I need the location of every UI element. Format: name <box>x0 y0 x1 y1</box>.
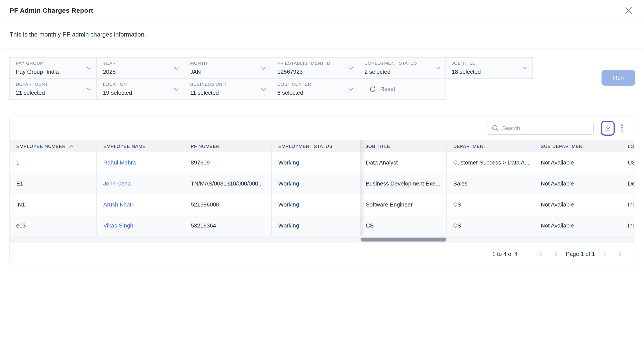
column-header-label: SUB DEPARTMENT <box>541 144 585 149</box>
table-row: 1 Rahul Mehra 897609 Working Data Analys… <box>10 152 634 173</box>
page-title: PF Admin Charges Report <box>10 7 93 14</box>
column-header-pf-number[interactable]: PF NUMBER <box>184 141 272 152</box>
horizontal-scrollbar-thumb[interactable] <box>361 238 447 242</box>
employee-name-link[interactable]: Arush Khatri <box>97 194 184 215</box>
modal-titlebar: PF Admin Charges Report <box>0 0 644 22</box>
cell-employee-number: E1 <box>10 173 97 194</box>
first-page-button[interactable] <box>538 251 543 257</box>
cell-sub-department: Not Available <box>534 173 621 194</box>
cell-location: De <box>621 173 634 194</box>
filter-value: JAN <box>190 68 259 75</box>
filter-label: LOCATION <box>103 82 172 87</box>
column-header-label: PF NUMBER <box>191 144 220 149</box>
sort-asc-icon <box>69 145 74 148</box>
run-button[interactable]: Run <box>601 70 635 86</box>
filter-pf-establishment-id[interactable]: PF ESTABLISHMENT ID 12567923 <box>271 57 358 79</box>
chevron-down-icon <box>87 67 92 70</box>
column-header-employment-status[interactable]: EMPLOYMENT STATUS <box>272 141 359 152</box>
table-footer: 1 to 4 of 4 Page 1 of 1 <box>10 243 634 265</box>
filter-cost-center[interactable]: COST CENTER 6 selected <box>271 78 358 100</box>
filters-row-1: PAY GROUP Pay Group- India YEAR 2025 MON… <box>9 57 644 79</box>
cell-department: CS <box>447 194 534 215</box>
download-button[interactable] <box>601 121 615 136</box>
reset-icon <box>369 86 376 92</box>
filter-label: PF ESTABLISHMENT ID <box>277 61 347 66</box>
last-page-button[interactable] <box>618 251 623 257</box>
filter-pay-group[interactable]: PAY GROUP Pay Group- India <box>9 57 97 79</box>
reset-filters-button[interactable]: Reset <box>358 78 446 100</box>
cell-employment-status: Working <box>272 152 359 173</box>
filter-location[interactable]: LOCATION 19 selected <box>96 78 184 100</box>
filter-label: BUSINESS UNIT <box>190 82 259 87</box>
filter-label: COST CENTER <box>277 82 347 87</box>
search-input[interactable] <box>502 125 593 132</box>
column-header-job-title[interactable]: JOB TITLE <box>359 141 447 152</box>
table-row: IN1 Arush Khatri 521586000 Working Softw… <box>10 194 634 215</box>
cell-pf-number: 897609 <box>184 152 272 173</box>
download-icon <box>604 125 611 132</box>
cell-department: Sales <box>447 173 534 194</box>
cell-job-title: Software Engineer <box>359 194 447 215</box>
kebab-dot <box>621 130 623 132</box>
filters-panel: PAY GROUP Pay Group- India YEAR 2025 MON… <box>9 57 644 100</box>
filter-label: PAY GROUP <box>16 61 85 66</box>
page-indicator: Page 1 of 1 <box>566 251 595 258</box>
filter-label: EMPLOYMENT STATUS <box>364 61 434 66</box>
filter-value: 11 selected <box>190 90 259 96</box>
table-toolbar <box>10 116 634 140</box>
column-header-sub-department[interactable]: SUB DEPARTMENT <box>534 141 621 152</box>
cell-sub-department: Not Available <box>534 152 621 173</box>
cell-employee-number: 1 <box>10 152 97 173</box>
column-header-location[interactable]: LOCATION <box>621 141 634 152</box>
table-header-row: EMPLOYEE NUMBER EMPLOYEE NAME PF NUMBER … <box>10 140 634 152</box>
chevron-down-icon <box>174 67 179 70</box>
cell-pf-number: 53216364 <box>184 215 272 236</box>
chevron-down-icon <box>348 88 353 91</box>
previous-page-button[interactable] <box>554 251 558 257</box>
filter-month[interactable]: MONTH JAN <box>183 57 271 79</box>
filter-year[interactable]: YEAR 2025 <box>96 57 184 79</box>
close-button[interactable] <box>624 6 633 15</box>
cell-sub-department: Not Available <box>534 194 621 215</box>
close-icon <box>625 7 632 14</box>
chevron-down-icon <box>87 88 92 91</box>
column-header-department[interactable]: DEPARTMENT <box>447 141 534 152</box>
kebab-dot <box>621 127 623 129</box>
filter-value: 12567923 <box>277 68 347 75</box>
cell-location: Ind <box>621 194 634 215</box>
cell-employment-status: Working <box>272 173 359 194</box>
employee-name-link[interactable]: John Cena <box>97 173 184 194</box>
cell-pf-number: 521586000 <box>184 194 272 215</box>
chevron-down-icon <box>261 88 266 91</box>
filter-department[interactable]: DEPARTMENT 21 selected <box>9 78 97 100</box>
reset-label: Reset <box>380 86 395 92</box>
search-icon <box>492 125 499 132</box>
column-header-label: DEPARTMENT <box>453 144 487 149</box>
report-table-card: EMPLOYEE NUMBER EMPLOYEE NAME PF NUMBER … <box>9 116 634 265</box>
filter-job-title[interactable]: JOB TITLE 18 selected <box>445 57 533 79</box>
cell-employee-number: e03 <box>10 215 97 236</box>
cell-employment-status: Working <box>272 194 359 215</box>
filters-row-2: DEPARTMENT 21 selected LOCATION 19 selec… <box>9 78 644 100</box>
cell-sub-department: Not Available <box>534 215 621 236</box>
cell-location: US <box>621 152 634 173</box>
kebab-menu-button[interactable] <box>618 124 625 133</box>
column-header-label: EMPLOYEE NUMBER <box>16 144 66 149</box>
cell-department: Customer Success > Data A... <box>447 152 534 173</box>
cell-pf-number: TN/MAS/0031310/000/000... <box>184 173 272 194</box>
filter-value: 6 selected <box>277 90 347 96</box>
modal-header: PF Admin Charges Report This is the mont… <box>0 0 644 48</box>
filter-business-unit[interactable]: BUSINESS UNIT 11 selected <box>183 78 271 100</box>
employee-name-link[interactable]: Rahul Mehra <box>97 152 184 173</box>
filter-label: YEAR <box>103 61 172 66</box>
filter-value: 19 selected <box>103 90 172 96</box>
filter-label: DEPARTMENT <box>16 82 85 87</box>
employee-name-link[interactable]: Vikas Singh <box>97 215 184 236</box>
filter-employment-status[interactable]: EMPLOYMENT STATUS 2 selected <box>358 57 446 79</box>
search-box <box>487 122 594 135</box>
column-header-label: EMPLOYEE NAME <box>103 144 146 149</box>
next-page-button[interactable] <box>603 251 606 257</box>
filter-value: Pay Group- India <box>16 68 85 75</box>
column-header-employee-number[interactable]: EMPLOYEE NUMBER <box>10 141 97 152</box>
column-header-employee-name[interactable]: EMPLOYEE NAME <box>97 141 184 152</box>
